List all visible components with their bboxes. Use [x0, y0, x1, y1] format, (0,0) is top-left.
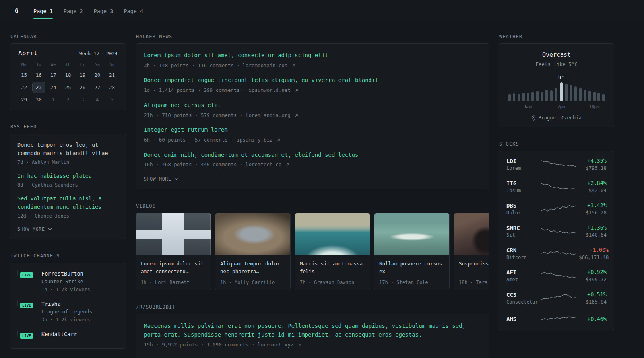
widget-title-rss: RSS FEED — [10, 124, 126, 130]
stocks-card: LDILorem+4.35%$795.18IIGIpsum+2.84%$42.0… — [499, 151, 614, 331]
hackernews-story-meta: 16h · 468 points · 440 comments · loremt… — [144, 161, 481, 169]
hackernews-story-title[interactable]: Donec imperdiet augue tincidunt felis al… — [144, 76, 481, 85]
weather-feels-like: Feels like 5°C — [506, 61, 607, 67]
widget-title-subreddit: /R/SUBREDDIT — [136, 304, 489, 310]
stock-row[interactable]: LDILorem+4.35%$795.18 — [499, 153, 614, 175]
stock-sparkline — [541, 292, 576, 304]
hackernews-story-title[interactable]: Integer eget rutrum lorem — [144, 126, 481, 134]
video-title[interactable]: Lorem ipsum dolor sit amet consectetu… — [141, 260, 206, 275]
calendar-day-header: Fr — [75, 59, 90, 69]
hackernews-story-title[interactable]: Donec enim nibh, condimentum et accumsan… — [144, 151, 481, 160]
hackernews-story: Integer eget rutrum lorem6h · 60 points … — [144, 126, 481, 144]
stock-change: +0.51% — [579, 291, 607, 298]
channel-name[interactable]: Trisha — [41, 301, 92, 307]
calendar-day: 17 — [47, 69, 60, 81]
widget-title-weather: WEATHER — [499, 34, 614, 39]
calendar-day-header: Th — [61, 59, 76, 69]
divider — [25, 7, 25, 16]
tab-page-3[interactable]: Page 3 — [94, 0, 113, 22]
hackernews-story: Donec enim nibh, condimentum et accumsan… — [144, 151, 481, 169]
rss-widget: RSS FEED Donec tempor eros leo, ut commo… — [10, 124, 126, 239]
video-card: Suspendisse diam18h · Tara — [454, 213, 489, 290]
video-card: Lorem ipsum dolor sit amet consectetu…1h… — [136, 213, 211, 290]
stock-symbol: CRN — [506, 247, 538, 253]
weather-bar — [539, 92, 544, 101]
channel-name[interactable]: ForrestBurton — [41, 270, 90, 277]
stock-left: DBSDolor — [506, 202, 538, 216]
live-badge: LIVE — [19, 272, 34, 279]
video-title[interactable]: Mauris sit amet massa felis — [300, 260, 365, 275]
channel-avatar[interactable] — [17, 270, 18, 276]
calendar-header: April Week 17·2024 — [17, 49, 119, 57]
stock-row[interactable]: AETAmet+0.92%$499.72 — [499, 265, 614, 287]
video-title[interactable]: Nullam posuere cursus ex — [379, 260, 444, 275]
rss-item-title[interactable]: In hac habitasse platea — [17, 172, 118, 180]
hackernews-story-meta: 3h · 148 points · 116 comments · loremdo… — [144, 62, 481, 70]
twitch-channel: LIVETrishaLeague of Legends3h · 1.2k vie… — [17, 300, 118, 323]
chevron-down-icon — [48, 228, 52, 230]
weather-bar — [569, 85, 574, 101]
video-thumbnail[interactable] — [295, 213, 370, 255]
stock-row[interactable]: SNRCSit+1.36%$148.64 — [499, 220, 614, 242]
show-more-label: SHOW MORE — [17, 226, 45, 232]
channel-avatar[interactable] — [17, 300, 18, 307]
video-title[interactable]: Suspendisse diam — [459, 260, 489, 267]
hackernews-card: Lorem ipsum dolor sit amet, consectetur … — [136, 43, 489, 189]
hackernews-story-title[interactable]: Aliquam nec cursus elit — [144, 101, 481, 110]
stock-row[interactable]: AHS+0.46% — [499, 309, 614, 329]
video-thumbnail[interactable] — [136, 213, 211, 255]
rss-item-title[interactable]: Sed volutpat nulla nisl, a condimentum n… — [17, 195, 118, 211]
video-card-body: Mauris sit amet massa felis7h · Grayson … — [295, 255, 370, 290]
right-column: WEATHER Overcast Feels like 5°C 9° 6am2p… — [499, 34, 614, 345]
weather-label-slot — [517, 104, 522, 110]
weather-bar — [512, 93, 517, 101]
external-link-icon — [298, 343, 301, 347]
video-meta: 7h · Grayson Dawson — [300, 275, 365, 285]
video-title[interactable]: Aliquam tempor dolor nec pharetra… — [220, 260, 285, 275]
tab-page-1[interactable]: Page 1 — [33, 0, 53, 22]
channel-meta: 3h · 1.2k viewers — [41, 316, 92, 323]
rss-item-meta: 8d · Cynthia Saunders — [17, 181, 118, 189]
calendar-day-header: We — [46, 59, 61, 69]
stock-row[interactable]: DBSDolor+1.42%$156.28 — [499, 198, 614, 220]
hackernews-show-more-button[interactable]: SHOW MORE — [144, 176, 178, 182]
stock-row[interactable]: CRNBitcorn-1.00%$66,171.48 — [499, 242, 614, 265]
stock-name: Bitcorn — [506, 255, 538, 260]
channel-avatar[interactable] — [17, 330, 18, 337]
calendar-day: 18 — [62, 69, 75, 81]
subreddit-post-title[interactable]: Maecenas mollis pulvinar erat non posuer… — [144, 322, 481, 339]
channel-category: Counter-Strike — [41, 278, 90, 284]
stock-sparkline — [541, 313, 576, 325]
video-thumbnail[interactable] — [215, 213, 290, 255]
stock-row[interactable]: IIGIpsum+2.84%$42.04 — [499, 175, 614, 198]
tab-page-2[interactable]: Page 2 — [64, 0, 83, 22]
videos-carousel[interactable]: Lorem ipsum dolor sit amet consectetu…1h… — [136, 213, 489, 290]
video-card-body: Aliquam tempor dolor nec pharetra…1h · M… — [215, 255, 290, 290]
app-logo[interactable]: G — [10, 8, 25, 15]
stock-symbol: AHS — [506, 316, 538, 322]
weather-label-slot — [531, 104, 535, 110]
weather-label-slot — [545, 104, 550, 110]
channel-name[interactable]: KendallCarr — [41, 331, 77, 337]
stock-row[interactable]: CCSConsectetur+0.51%$165.84 — [499, 287, 614, 309]
stock-left: SNRCSit — [506, 225, 538, 238]
calendar-day-selected: 23 — [32, 82, 45, 93]
weather-bar-fill — [513, 93, 515, 101]
rss-item-title[interactable]: Donec tempor eros leo, ut commodo mauris… — [17, 141, 118, 158]
tab-page-4[interactable]: Page 4 — [124, 0, 143, 22]
stock-symbol: DBS — [506, 202, 538, 209]
live-badge: LIVE — [19, 302, 34, 309]
location-pin-icon — [531, 115, 536, 121]
external-link-icon — [277, 138, 280, 142]
calendar-month: April — [18, 49, 37, 57]
hackernews-story-title[interactable]: Lorem ipsum dolor sit amet, consectetur … — [144, 51, 481, 60]
rss-show-more-button[interactable]: SHOW MORE — [17, 226, 52, 232]
weather-bar — [553, 88, 558, 101]
video-thumbnail[interactable] — [374, 213, 449, 255]
weather-bar-fill — [527, 93, 529, 101]
video-thumbnail[interactable] — [454, 213, 489, 255]
calendar-day: 15 — [17, 69, 31, 81]
video-card-body: Suspendisse diam18h · Tara — [454, 255, 489, 290]
weather-bar — [526, 93, 531, 101]
weather-bar — [592, 92, 597, 101]
